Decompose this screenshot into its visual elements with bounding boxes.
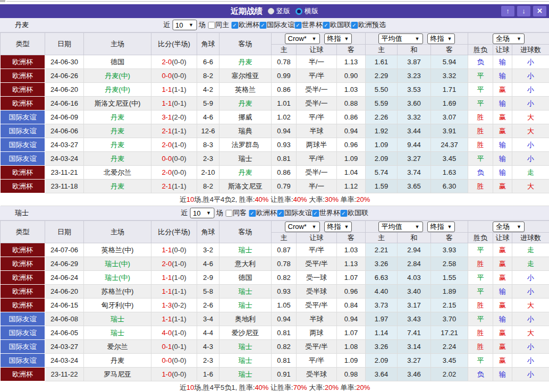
chevron-down-icon: ▼ <box>415 224 420 229</box>
bookmaker-odds-group: Crow*▼ 终指▼ <box>272 33 366 45</box>
match-row: 欧洲杯24-06-16斯洛文尼亚(中)1-1(0-1)5-9丹麦1.01受半/一… <box>1 97 549 110</box>
result-handicap: 赢 <box>493 83 512 97</box>
competition-checkbox[interactable]: ✓欧洲杯 <box>231 20 259 30</box>
competition-checkbox[interactable]: ✓欧洲预选 <box>351 20 386 30</box>
recent-count-select[interactable]: 10 ▼ <box>190 208 214 218</box>
competition-checkbox[interactable]: ✓欧国联 <box>323 20 351 30</box>
away-team: 爱沙尼亚 <box>219 326 272 340</box>
recent-count-value: 10 <box>175 21 183 29</box>
result-win-draw-loss: 胜 <box>468 110 493 124</box>
layout-horizontal-radio[interactable]: 横版 <box>295 6 318 16</box>
corner-count: 2-3 <box>197 152 219 166</box>
col-header-away: 客场 <box>219 33 272 55</box>
corner-count: 4-3 <box>197 340 219 354</box>
match-date: 24-06-15 <box>45 299 84 312</box>
result-win-draw-loss: 平 <box>468 152 493 166</box>
corner-count: 8-3 <box>197 138 219 152</box>
average-stage-select[interactable]: 终指▼ <box>427 221 455 232</box>
avg-home: 3.26 <box>366 340 398 354</box>
result-goals: 小 <box>512 83 549 97</box>
scope-select-value: 全场 <box>496 222 510 232</box>
bookmaker-select[interactable]: Crow*▼ <box>285 221 320 232</box>
result-scope-group: 全场▼ <box>468 221 549 233</box>
summary-text: 近 <box>180 384 187 391</box>
odds-stage-select[interactable]: 终指▼ <box>324 221 352 232</box>
summary-text: 场,胜4平5负1, 胜率: <box>194 384 255 391</box>
odds-stage-select[interactable]: 终指▼ <box>324 33 352 44</box>
score-cell: 0-0(0-0) <box>151 69 197 83</box>
odds-away: 0.98 <box>337 368 366 381</box>
competition-checkbox[interactable]: ✓欧洲杯 <box>249 208 277 218</box>
half-time-score: (0-0) <box>172 155 186 163</box>
away-team: 丹麦 <box>219 166 272 180</box>
score-cell: 3-1(2-0) <box>151 110 197 124</box>
result-win-draw-loss: 平 <box>468 97 493 110</box>
away-team: 德国 <box>219 271 272 285</box>
same-venue-checkbox[interactable]: 同客 <box>225 208 247 218</box>
result-win-draw-loss: 平 <box>468 271 493 285</box>
layout-vertical-radio[interactable]: 竖版 <box>268 6 290 16</box>
result-handicap: 赢 <box>493 354 512 368</box>
odds-handicap: 受半球 <box>297 368 337 381</box>
avg-home: 1.59 <box>366 180 398 193</box>
recent-count-select[interactable]: 10 ▼ <box>172 20 197 30</box>
corner-count: 2-9 <box>197 271 219 285</box>
summary-text: 让胜率: <box>268 384 293 391</box>
odds-home: 0.82 <box>272 340 297 354</box>
home-team: 丹麦 <box>84 110 151 124</box>
average-select[interactable]: 平均值▼ <box>378 221 423 232</box>
half-time-score: (2-0) <box>172 113 186 121</box>
scroll-down-button[interactable]: ↓ <box>517 6 530 16</box>
avg-away: 3.45 <box>431 354 468 368</box>
avg-draw: 4.03 <box>398 271 431 285</box>
full-time-score: 0-1 <box>162 343 172 351</box>
odds-home: 0.93 <box>272 138 297 152</box>
competition-checkbox[interactable]: ✓国际友谊 <box>277 208 312 218</box>
away-team: 瑞士 <box>219 354 272 368</box>
bookmaker-select[interactable]: Crow*▼ <box>285 33 320 44</box>
scope-select[interactable]: 全场▼ <box>493 221 525 232</box>
close-button[interactable]: ✕ <box>533 6 546 16</box>
full-time-score: 1-1 <box>162 315 172 323</box>
avg-home: 2.09 <box>366 152 398 166</box>
col-header-corner: 角球 <box>197 33 219 55</box>
bookmaker-odds-group: Crow*▼ 终指▼ <box>272 221 366 233</box>
result-handicap: 输 <box>493 312 512 326</box>
competition-label: 欧国联 <box>348 208 368 218</box>
match-type-badge: 欧洲杯 <box>1 368 45 381</box>
team-section: 丹麦 近 10 ▼ 场 同主 ✓欧洲杯✓国际友谊✓世界杯✓欧国联✓欧洲预选 <box>0 18 549 206</box>
chevron-down-icon: ▼ <box>312 36 317 41</box>
competition-checkbox[interactable]: ✓欧国联 <box>340 208 368 218</box>
competition-label: 国际友谊 <box>284 208 312 218</box>
radio-on-icon <box>295 8 302 15</box>
scope-select[interactable]: 全场▼ <box>493 33 525 44</box>
away-team: 斯洛文尼亚 <box>219 180 272 193</box>
home-team: 北爱尔兰 <box>84 166 151 180</box>
scroll-up-button[interactable]: ↑ <box>501 6 514 16</box>
full-time-score: 1-3 <box>162 301 172 309</box>
competition-checkbox[interactable]: ✓国际友谊 <box>259 20 294 30</box>
avg-draw: 3.74 <box>398 166 431 180</box>
average-stage-select[interactable]: 终指▼ <box>427 33 455 44</box>
odds-away: 0.86 <box>337 110 366 124</box>
result-scope-group: 全场▼ <box>468 33 549 45</box>
col-header-odds-away: 客 <box>337 233 366 243</box>
match-type-badge: 国际友谊 <box>1 152 45 166</box>
odds-handicap: 平/半 <box>297 152 337 166</box>
col-header-avg-home: 主 <box>366 45 398 55</box>
average-select[interactable]: 平均值▼ <box>378 33 423 44</box>
competition-checkbox[interactable]: ✓世界杯 <box>294 20 323 30</box>
result-win-draw-loss: 负 <box>468 166 493 180</box>
result-goals: 大 <box>512 299 549 312</box>
avg-away: 1.63 <box>431 166 468 180</box>
odds-away: 0.90 <box>337 69 366 83</box>
corner-count: 1-6 <box>197 368 219 381</box>
result-handicap: 赢 <box>493 340 512 354</box>
competition-checkbox[interactable]: ✓世界杯 <box>312 208 340 218</box>
checkbox-checked-icon: ✓ <box>312 210 319 217</box>
match-date: 24-06-16 <box>45 97 84 110</box>
same-venue-checkbox[interactable]: 同主 <box>208 20 229 30</box>
scope-select-value: 全场 <box>496 34 510 44</box>
result-handicap: 输 <box>493 285 512 299</box>
result-win-draw-loss: 胜 <box>468 340 493 354</box>
